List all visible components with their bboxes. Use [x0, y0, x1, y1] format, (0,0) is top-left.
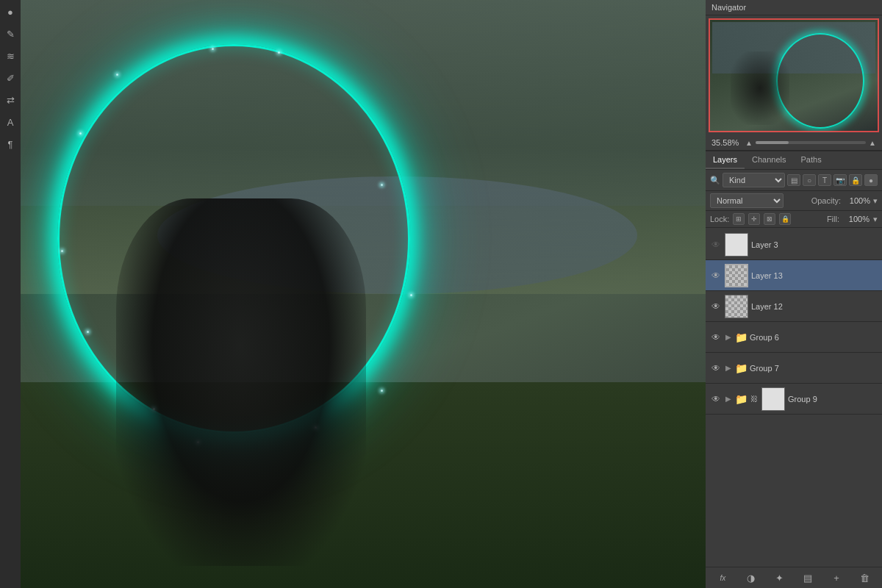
- sparkle: [87, 331, 89, 333]
- canvas-area: [21, 0, 706, 588]
- navigator-title: Navigator: [711, 3, 746, 12]
- zoom-in-icon[interactable]: ▲: [869, 139, 876, 147]
- layer-thumbnail: [761, 387, 785, 411]
- tool-text[interactable]: A: [3, 115, 18, 129]
- sparkle: [381, 390, 383, 392]
- fx-button[interactable]: fx: [715, 570, 730, 585]
- layer-row[interactable]: 👁 Layer 12: [706, 291, 882, 322]
- tool-paragraph[interactable]: ¶: [3, 137, 18, 151]
- eye-visibility-icon[interactable]: 👁: [710, 362, 722, 374]
- zoom-bar: 35.58% ▲ ▲: [706, 135, 882, 151]
- filter-search-icon: 🔍: [710, 176, 720, 185]
- opacity-arrow[interactable]: ▾: [873, 196, 878, 206]
- navigator-preview[interactable]: [709, 18, 879, 132]
- navigator-panel: Navigator 35.58% ▲ ▲: [706, 0, 882, 151]
- zoom-out-icon[interactable]: ▲: [745, 139, 753, 147]
- sparkle: [212, 48, 214, 50]
- lock-row: Lock: ⊞ ✛ ⊠ 🔒 Fill: 100% ▾: [706, 211, 882, 228]
- new-layer-button[interactable]: +: [829, 570, 844, 585]
- filter-icon-4[interactable]: 📷: [833, 174, 847, 186]
- zoom-slider[interactable]: [756, 141, 866, 144]
- tool-pen[interactable]: ✎: [3, 26, 18, 41]
- tab-paths[interactable]: Paths: [794, 151, 829, 169]
- fill-label: Fill:: [827, 215, 839, 223]
- left-toolbar: ● ✎ ≋ ✐ ⇄ A ¶: [0, 0, 21, 588]
- layer-thumbnail: [725, 233, 748, 257]
- layers-panel: Layers Channels Paths 🔍 Kind ▤ ○ T 📷 🔒 ●…: [706, 151, 882, 588]
- layer-name: Group 7: [750, 364, 878, 373]
- sparkle: [410, 294, 412, 296]
- tab-layers[interactable]: Layers: [706, 151, 745, 169]
- filter-icon-1[interactable]: ▤: [787, 174, 800, 186]
- sparkle: [61, 250, 63, 252]
- layer-name: Layer 3: [751, 240, 878, 249]
- expand-arrow-icon[interactable]: ▶: [725, 331, 732, 343]
- eye-visibility-icon[interactable]: 👁: [710, 331, 722, 343]
- blend-mode-row: Normal Opacity: 100% ▾: [706, 191, 882, 211]
- sparkle: [79, 132, 82, 135]
- layers-bottom-toolbar: fx ◑ ✦ ▤ + 🗑: [706, 567, 882, 588]
- expand-arrow-icon[interactable]: ▶: [725, 393, 732, 405]
- nav-person: [731, 51, 789, 125]
- eye-visibility-icon[interactable]: 👁: [710, 239, 722, 251]
- filter-kind-select[interactable]: Kind: [723, 173, 785, 187]
- filter-icon-2[interactable]: ○: [803, 174, 816, 186]
- fill-arrow[interactable]: ▾: [873, 215, 878, 224]
- adjustment-layer-button[interactable]: ✦: [772, 570, 787, 585]
- expand-arrow-icon[interactable]: ▶: [725, 362, 732, 374]
- navigator-header: Navigator: [706, 0, 882, 15]
- fill-value[interactable]: 100%: [843, 215, 870, 223]
- add-mask-button[interactable]: ◑: [744, 570, 759, 585]
- lock-label: Lock:: [710, 215, 729, 223]
- sparkle: [381, 184, 383, 186]
- lock-icon-position[interactable]: ⊞: [733, 213, 745, 225]
- opacity-value[interactable]: 100%: [844, 196, 870, 205]
- new-group-button[interactable]: ▤: [800, 570, 815, 585]
- layer-name: Layer 13: [751, 271, 878, 280]
- sparkle: [116, 74, 118, 76]
- filter-icon-3[interactable]: T: [818, 174, 831, 186]
- tool-swap[interactable]: ⇄: [3, 93, 18, 107]
- lock-icon-artboard[interactable]: ⊠: [764, 213, 775, 225]
- tool-circle[interactable]: ●: [3, 4, 18, 19]
- eye-visibility-icon[interactable]: 👁: [710, 270, 722, 282]
- layers-tabs: Layers Channels Paths: [706, 151, 882, 170]
- delete-layer-button[interactable]: 🗑: [858, 570, 872, 585]
- opacity-label: Opacity:: [811, 196, 841, 205]
- eye-visibility-icon[interactable]: 👁: [710, 393, 722, 405]
- layer-name: Group 9: [788, 395, 878, 404]
- layer-thumbnail: [725, 264, 748, 287]
- layer-row[interactable]: 👁 Layer 13: [706, 260, 882, 291]
- layers-filter-row: 🔍 Kind ▤ ○ T 📷 🔒 ●: [706, 170, 882, 191]
- folder-icon: 📁: [735, 393, 747, 405]
- person-silhouette: [116, 198, 366, 566]
- filter-icon-5[interactable]: 🔒: [849, 174, 862, 186]
- layer-row[interactable]: 👁 Layer 3: [706, 229, 882, 260]
- canvas-image: [21, 0, 706, 588]
- zoom-value[interactable]: 35.58%: [711, 138, 742, 147]
- eye-visibility-icon[interactable]: 👁: [710, 301, 722, 312]
- right-panel: Navigator 35.58% ▲ ▲: [706, 0, 882, 588]
- sparkle: [278, 51, 280, 54]
- chain-link-icon: ⛓: [750, 393, 759, 405]
- layer-row[interactable]: 👁 ▶ 📁 Group 6: [706, 322, 882, 353]
- lock-icon-move[interactable]: ✛: [748, 213, 760, 225]
- tab-channels[interactable]: Channels: [745, 151, 793, 169]
- nav-glow-circle: [776, 33, 864, 129]
- layer-name: Layer 12: [751, 302, 878, 311]
- filter-toggle[interactable]: ●: [864, 174, 878, 186]
- folder-icon: 📁: [735, 331, 747, 343]
- layer-thumbnail: [725, 295, 748, 318]
- tool-edit[interactable]: ✐: [3, 71, 18, 85]
- folder-icon: 📁: [735, 362, 747, 374]
- lock-icon-all[interactable]: 🔒: [779, 213, 791, 225]
- tool-brush[interactable]: ≋: [3, 49, 18, 63]
- layer-row[interactable]: 👁 ▶ 📁 Group 7: [706, 353, 882, 384]
- layer-name: Group 6: [750, 333, 878, 342]
- blend-mode-select[interactable]: Normal: [710, 193, 784, 208]
- layers-list: 👁 Layer 3 👁 Layer 13 👁 Lay: [706, 228, 882, 567]
- layer-row[interactable]: 👁 ▶ 📁 ⛓ Group 9: [706, 384, 882, 415]
